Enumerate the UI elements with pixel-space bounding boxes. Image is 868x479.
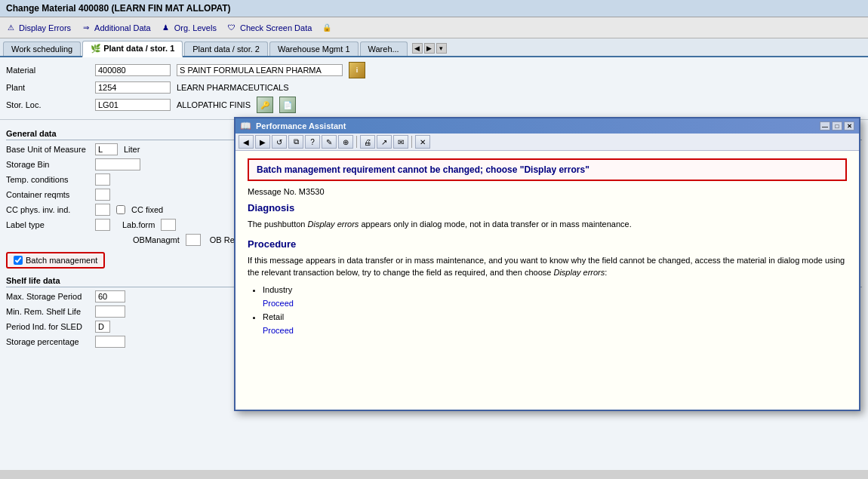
dialog-close-tool-button[interactable]: ✕ bbox=[415, 135, 430, 149]
dialog-help-button[interactable]: ? bbox=[305, 135, 320, 149]
proceed-link-retail[interactable]: Proceed bbox=[263, 326, 847, 335]
proceed-link-industry[interactable]: Proceed bbox=[263, 299, 847, 308]
dialog-separator-2 bbox=[411, 136, 412, 148]
dialog-forward-button[interactable]: ▶ bbox=[255, 135, 270, 149]
dialog-title-bar: 📖 Performance Assistant — □ ✕ bbox=[235, 118, 859, 134]
dialog-close-button[interactable]: ✕ bbox=[844, 121, 854, 130]
bullet-item-retail: Retail bbox=[263, 312, 847, 321]
bullet-list: Industry bbox=[248, 285, 847, 294]
dialog-minimize-button[interactable]: — bbox=[820, 121, 830, 130]
industry-text: Industry bbox=[263, 285, 292, 294]
dialog-separator-1 bbox=[356, 136, 357, 148]
dialog-zoom-button[interactable]: ⊕ bbox=[338, 135, 353, 149]
dialog-refresh-button[interactable]: ↺ bbox=[272, 135, 287, 149]
dialog-print-button[interactable]: 🖨 bbox=[360, 135, 375, 149]
dialog-back-button[interactable]: ◀ bbox=[239, 135, 254, 149]
dialog-overlay: 📖 Performance Assistant — □ ✕ ◀ ▶ ↺ ⧉ ? … bbox=[0, 0, 868, 479]
procedure-text: If this message appears in data transfer… bbox=[248, 254, 847, 279]
dialog-toolbar: ◀ ▶ ↺ ⧉ ? ✎ ⊕ 🖨 ↗ ✉ ✕ bbox=[235, 134, 859, 151]
diagnosis-text: The pushbutton Display errors appears on… bbox=[248, 218, 847, 231]
diagnosis-header: Diagnosis bbox=[248, 202, 847, 213]
dialog-maximize-button[interactable]: □ bbox=[832, 121, 842, 130]
dialog-title: Performance Assistant bbox=[256, 121, 346, 130]
dialog-export-button[interactable]: ↗ bbox=[377, 135, 392, 149]
error-message-text: Batch management requirement cannot be c… bbox=[257, 164, 589, 175]
dialog-content: Batch management requirement cannot be c… bbox=[235, 151, 859, 410]
dialog-mail-button[interactable]: ✉ bbox=[393, 135, 408, 149]
performance-assistant-dialog: 📖 Performance Assistant — □ ✕ ◀ ▶ ↺ ⧉ ? … bbox=[234, 117, 860, 411]
dialog-window-controls: — □ ✕ bbox=[820, 121, 854, 130]
error-message-box: Batch management requirement cannot be c… bbox=[248, 158, 847, 181]
bullet-item-industry: Industry bbox=[263, 285, 847, 294]
message-number: Message No. M3530 bbox=[248, 187, 847, 196]
procedure-header: Procedure bbox=[248, 238, 847, 250]
dialog-copy-button[interactable]: ⧉ bbox=[288, 135, 303, 149]
dialog-edit-button[interactable]: ✎ bbox=[322, 135, 337, 149]
retail-text: Retail bbox=[263, 312, 284, 321]
bullet-list-2: Retail bbox=[248, 312, 847, 321]
dialog-icon: 📖 bbox=[240, 121, 251, 131]
